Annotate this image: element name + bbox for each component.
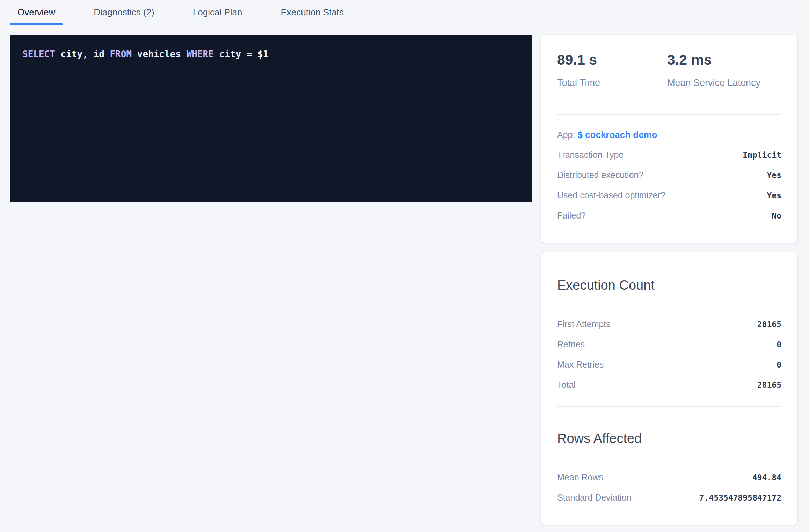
- tab-overview[interactable]: Overview: [10, 0, 63, 25]
- max-retries-value: 0: [777, 360, 781, 370]
- property-row: Used cost-based optimizer? Yes: [557, 190, 781, 201]
- mean-rows-label: Mean Rows: [557, 472, 603, 482]
- sql-statement-box: SELECT city, id FROM vehicles WHERE city…: [10, 35, 532, 202]
- stat-row: Retries 0: [557, 339, 781, 350]
- cost-based-optimizer-value: Yes: [767, 190, 781, 201]
- execution-stats-card: Execution Count First Attempts 28165 Ret…: [541, 252, 797, 525]
- total-time-label: Total Time: [557, 77, 667, 88]
- mean-rows-value: 494.84: [752, 472, 781, 483]
- tab-logical-plan[interactable]: Logical Plan: [185, 0, 250, 25]
- total-time-stat: 89.1 s Total Time: [557, 52, 667, 88]
- property-row: Distributed execution? Yes: [557, 170, 781, 180]
- tab-diagnostics[interactable]: Diagnostics (2): [86, 0, 162, 25]
- retries-value: 0: [777, 339, 781, 350]
- cost-based-optimizer-label: Used cost-based optimizer?: [557, 190, 665, 200]
- mean-service-latency-value: 3.2 ms: [667, 52, 760, 68]
- sql-keyword: WHERE: [187, 49, 219, 59]
- property-row: Transaction Type Implicit: [557, 149, 781, 160]
- card-divider: [557, 114, 781, 115]
- statement-summary-card: 89.1 s Total Time 3.2 ms Mean Service La…: [541, 35, 797, 243]
- distributed-execution-label: Distributed execution?: [557, 170, 643, 180]
- sql-keyword: FROM: [110, 49, 137, 59]
- app-label: App:: [557, 130, 575, 140]
- total-label: Total: [557, 379, 576, 390]
- sql-keyword: SELECT: [22, 49, 61, 59]
- tab-bar: Overview Diagnostics (2) Logical Plan Ex…: [0, 0, 809, 25]
- mean-service-latency-label: Mean Service Latency: [667, 77, 760, 88]
- retries-label: Retries: [557, 339, 585, 349]
- rows-affected-title: Rows Affected: [557, 431, 781, 446]
- transaction-type-label: Transaction Type: [557, 149, 624, 160]
- sql-statement-text: SELECT city, id FROM vehicles WHERE city…: [22, 48, 518, 60]
- tab-execution-stats[interactable]: Execution Stats: [273, 0, 351, 25]
- execution-count-title: Execution Count: [557, 252, 781, 293]
- stat-row: Total 28165: [557, 379, 781, 390]
- total-value: 28165: [757, 380, 781, 390]
- card-divider: [557, 406, 781, 407]
- sql-identifier: city, id: [61, 49, 110, 59]
- sql-identifier: city = $1: [219, 49, 269, 59]
- stat-row: First Attempts 28165: [557, 319, 781, 330]
- stat-row: Max Retries 0: [557, 359, 781, 370]
- mean-service-latency-stat: 3.2 ms Mean Service Latency: [667, 52, 760, 88]
- stat-row: Standard Deviation 7.453547895847172: [557, 492, 781, 503]
- first-attempts-label: First Attempts: [557, 319, 611, 329]
- standard-deviation-label: Standard Deviation: [557, 492, 632, 503]
- right-column: 89.1 s Total Time 3.2 ms Mean Service La…: [541, 35, 797, 525]
- property-row: Failed? No: [557, 210, 781, 221]
- summary-stats-row: 89.1 s Total Time 3.2 ms Mean Service La…: [557, 35, 781, 88]
- standard-deviation-value: 7.453547895847172: [699, 493, 781, 503]
- sql-identifier: vehicles: [137, 49, 187, 59]
- app-link[interactable]: $ cockroach demo: [577, 130, 657, 140]
- max-retries-label: Max Retries: [557, 359, 604, 370]
- distributed-execution-value: Yes: [767, 170, 781, 180]
- stat-row: Mean Rows 494.84: [557, 472, 781, 483]
- overview-tab-content: SELECT city, id FROM vehicles WHERE city…: [0, 25, 809, 525]
- failed-label: Failed?: [557, 210, 586, 221]
- total-time-value: 89.1 s: [557, 52, 667, 68]
- transaction-type-value: Implicit: [743, 150, 781, 160]
- failed-value: No: [772, 210, 781, 221]
- app-row: App: $ cockroach demo: [557, 129, 781, 140]
- first-attempts-value: 28165: [757, 319, 781, 330]
